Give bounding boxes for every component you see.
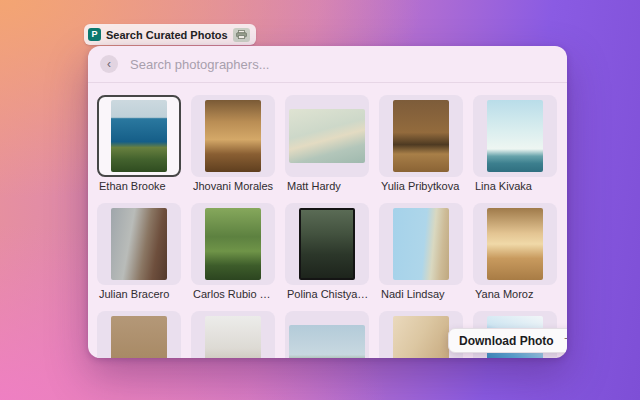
photo-thumbnail: [289, 325, 365, 358]
printer-icon[interactable]: [233, 28, 250, 42]
download-photo-tooltip[interactable]: Download Photo ⌥: [448, 328, 567, 353]
photo-cell[interactable]: Ethan Brooke: [97, 95, 181, 192]
photo-thumbnail: [487, 208, 543, 280]
photo-thumbnail: [289, 109, 365, 163]
command-badge[interactable]: P Search Curated Photos: [84, 24, 256, 45]
photo-cell[interactable]: Lina Kivaka: [473, 95, 557, 192]
search-bar: ‹: [88, 46, 567, 83]
photo-tile[interactable]: [379, 203, 463, 285]
photo-thumbnail: [299, 208, 355, 280]
photo-cell[interactable]: Matt Hardy: [285, 95, 369, 192]
photo-thumbnail: [205, 100, 261, 172]
photo-tile[interactable]: [473, 95, 557, 177]
photo-tile[interactable]: [285, 311, 369, 358]
photographer-name: Jhovani Morales: [191, 180, 275, 192]
command-badge-label: Search Curated Photos: [106, 29, 228, 41]
pexels-icon: P: [88, 28, 101, 41]
photo-cell[interactable]: Yana Moroz: [473, 203, 557, 300]
photographer-name: Yana Moroz: [473, 288, 557, 300]
photo-cell[interactable]: Nadi Lindsay: [379, 203, 463, 300]
photo-thumbnail: [487, 100, 543, 172]
photo-grid: Ethan BrookeJhovani MoralesMatt HardyYul…: [88, 83, 567, 358]
photographer-name: Matt Hardy: [285, 180, 369, 192]
photo-tile[interactable]: [191, 203, 275, 285]
photographer-name: Lina Kivaka: [473, 180, 557, 192]
photographer-name: Yulia Pribytkova: [379, 180, 463, 192]
photo-cell[interactable]: [285, 311, 369, 358]
photo-cell[interactable]: [97, 311, 181, 358]
photographer-name: Julian Bracero: [97, 288, 181, 300]
photo-thumbnail: [393, 208, 449, 280]
photo-tile-selected[interactable]: [97, 95, 181, 177]
photo-tile[interactable]: [97, 203, 181, 285]
photo-tile[interactable]: [473, 203, 557, 285]
photo-thumbnail: [111, 100, 167, 172]
photo-thumbnail: [205, 316, 261, 358]
option-key-icon: ⌥: [564, 334, 567, 347]
back-button[interactable]: ‹: [100, 55, 118, 73]
photo-thumbnail: [111, 316, 167, 358]
photo-cell[interactable]: Jhovani Morales: [191, 95, 275, 192]
photo-thumbnail: [393, 316, 449, 358]
photo-thumbnail: [393, 100, 449, 172]
photo-tile[interactable]: [285, 203, 369, 285]
photographer-name: Carlos Rubio Tristan: [191, 288, 275, 300]
photo-cell[interactable]: Yulia Pribytkova: [379, 95, 463, 192]
photo-cell[interactable]: Carlos Rubio Tristan: [191, 203, 275, 300]
photographer-name: Nadi Lindsay: [379, 288, 463, 300]
photo-thumbnail: [205, 208, 261, 280]
photo-tile[interactable]: [379, 95, 463, 177]
photo-thumbnail: [111, 208, 167, 280]
download-photo-label: Download Photo: [459, 334, 554, 348]
photo-cell[interactable]: Julian Bracero: [97, 203, 181, 300]
photo-tile[interactable]: [285, 95, 369, 177]
photo-cell[interactable]: Polina Chistyakova: [285, 203, 369, 300]
pexels-window: ‹ Ethan BrookeJhovani MoralesMatt HardyY…: [88, 46, 567, 358]
photo-tile[interactable]: [191, 311, 275, 358]
photo-tile[interactable]: [191, 95, 275, 177]
photo-tile[interactable]: [97, 311, 181, 358]
photographer-name: Ethan Brooke: [97, 180, 181, 192]
search-input[interactable]: [128, 56, 555, 73]
desktop: { "background": { "top_left_color": "#f4…: [0, 0, 640, 400]
photo-cell[interactable]: [191, 311, 275, 358]
photographer-name: Polina Chistyakova: [285, 288, 369, 300]
